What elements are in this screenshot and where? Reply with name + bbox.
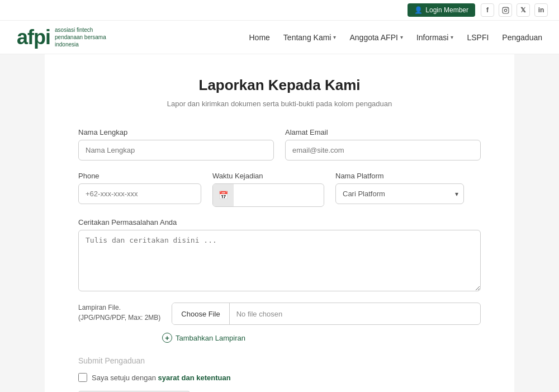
ceritakan-label: Ceritakan Permasalahan Anda — [78, 218, 481, 226]
row-phone-waktu-platform: Phone Waktu Kejadian 📅 Nama Platform Car… — [78, 172, 481, 207]
agree-checkbox[interactable] — [78, 373, 87, 382]
page-subtitle: Lapor dan kirimkan dokumen serta bukti-b… — [78, 100, 481, 108]
calendar-button[interactable]: 📅 — [213, 184, 234, 206]
logo: afpi asosiasi fintech pendanaan bersama … — [17, 26, 116, 48]
twitter-icon[interactable]: 𝕏 — [517, 3, 530, 17]
group-nama: Nama Lengkap — [78, 128, 274, 160]
main-content: Laporkan Kepada Kami Lapor dan kirimkan … — [45, 54, 514, 392]
logo-text: afpi — [17, 27, 50, 48]
agree-row: Saya setuju dengan syarat dan ketentuan — [78, 373, 481, 382]
nav-lspfi[interactable]: LSPFI — [467, 33, 489, 42]
file-upload-box: Choose File No file chosen — [172, 303, 481, 325]
group-phone: Phone — [78, 172, 201, 207]
nav-tentang[interactable]: Tentang Kami ▾ — [283, 33, 337, 42]
add-lampiran-button[interactable]: + Tambahkan Lampiran — [162, 333, 245, 343]
row-name-email: Nama Lengkap Alamat Email — [78, 128, 481, 160]
file-section: Lampiran File. (JPG/PNG/PDF, Max: 2MB) C… — [78, 303, 481, 325]
submit-section-label: Submit Pengaduan — [78, 356, 481, 365]
date-input-wrap: 📅 — [212, 183, 324, 207]
facebook-icon[interactable]: f — [481, 3, 494, 17]
login-button[interactable]: 👤 Login Member — [408, 3, 475, 17]
complaint-form: Nama Lengkap Alamat Email Phone Waktu Ke… — [78, 128, 481, 392]
ceritakan-textarea[interactable] — [78, 230, 481, 291]
svg-rect-0 — [503, 7, 509, 13]
choose-file-button[interactable]: Choose File — [172, 303, 229, 324]
waktu-label: Waktu Kejadian — [212, 172, 324, 180]
phone-label: Phone — [78, 172, 201, 180]
social-icons: f 𝕏 in — [481, 3, 548, 17]
platform-label: Nama Platform — [335, 172, 464, 180]
nav-items: Home Tentang Kami ▾ Anggota AFPI ▾ Infor… — [155, 33, 542, 42]
chevron-down-icon: ▾ — [400, 34, 403, 40]
nav-anggota[interactable]: Anggota AFPI ▾ — [349, 33, 402, 42]
page-title: Laporkan Kepada Kami — [78, 77, 481, 94]
terms-link[interactable]: syarat dan ketentuan — [158, 374, 231, 382]
platform-select[interactable]: Cari Platform — [335, 183, 464, 204]
group-waktu: Waktu Kejadian 📅 — [212, 172, 324, 207]
plus-circle-icon: + — [162, 333, 172, 343]
no-file-text: No file chosen — [230, 310, 289, 318]
file-label: Lampiran File. (JPG/PNG/PDF, Max: 2MB) — [78, 303, 160, 323]
nav-home[interactable]: Home — [249, 33, 270, 42]
logo-tagline: asosiasi fintech pendanaan bersama indon… — [55, 26, 116, 48]
nama-label: Nama Lengkap — [78, 128, 274, 136]
navbar: afpi asosiasi fintech pendanaan bersama … — [0, 21, 559, 54]
chevron-down-icon: ▾ — [333, 34, 336, 40]
waktu-input[interactable] — [234, 186, 324, 205]
nav-pengaduan[interactable]: Pengaduan — [502, 33, 542, 42]
svg-point-2 — [506, 8, 507, 8]
user-icon: 👤 — [414, 6, 423, 14]
chevron-down-icon: ▾ — [451, 34, 453, 40]
svg-point-1 — [504, 9, 506, 11]
linkedin-icon[interactable]: in — [534, 3, 548, 17]
platform-select-wrap: Cari Platform ▾ — [335, 183, 464, 204]
agree-label: Saya setuju dengan syarat dan ketentuan — [92, 374, 231, 382]
nama-input[interactable] — [78, 140, 274, 160]
email-label: Alamat Email — [285, 128, 481, 136]
instagram-icon[interactable] — [499, 3, 512, 17]
nav-informasi[interactable]: Informasi ▾ — [416, 33, 454, 42]
group-ceritakan: Ceritakan Permasalahan Anda — [78, 218, 481, 291]
email-input[interactable] — [285, 140, 481, 160]
group-platform: Nama Platform Cari Platform ▾ — [335, 172, 464, 207]
group-email: Alamat Email — [285, 128, 481, 160]
phone-input[interactable] — [78, 183, 201, 204]
top-bar: 👤 Login Member f 𝕏 in — [0, 0, 559, 21]
